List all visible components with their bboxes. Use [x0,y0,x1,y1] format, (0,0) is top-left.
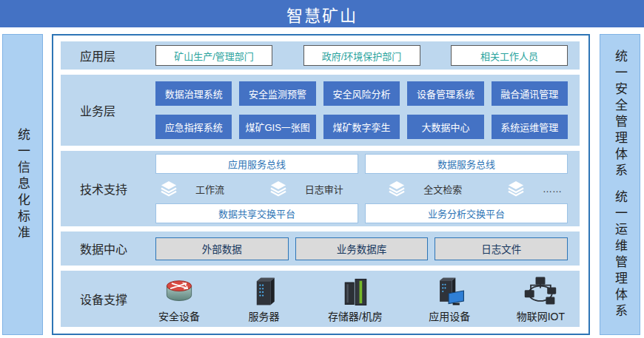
data-item-external-data: 外部数据 [155,237,289,260]
layer-tech-label: 技术支持 [61,180,155,197]
architecture-frame: 应用层 矿山生产/管理部门 政府/环境保护部门 相关工作人员 业务层 数据治理系… [52,34,590,335]
device-security: 安全设备 [158,275,200,323]
left-sidebar-unified-info-standard: 统一信息化标准 [2,34,43,335]
layer-data-center-label: 数据中心 [61,240,155,257]
data-item-log-files: 日志文件 [435,237,568,260]
tech-bus-row: 应用服务总线 数据服务总线 [155,154,568,174]
firewall-icon [161,275,197,308]
business-item-digital-twin: 煤矿数字孪生 [323,115,400,139]
left-sidebar-label: 统一信息化标准 [16,128,29,242]
business-item-comms-mgmt: 融合通讯管理 [492,81,568,106]
device-server-label: 服务器 [248,308,279,323]
layer-data-center: 数据中心 外部数据 业务数据库 日志文件 [61,231,580,266]
layer-application: 应用层 矿山生产/管理部门 政府/环境保护部门 相关工作人员 [61,41,580,70]
layer-tech-support: 技术支持 应用服务总线 数据服务总线 工作流 [61,151,580,226]
device-storage: 存储器/机房 [328,275,383,323]
middleware-fulltext-search: 全文检索 [388,180,462,197]
layer-device-label: 设备支撑 [61,290,155,308]
iot-icon [523,275,558,308]
business-row-2: 应急指挥系统 煤矿GIS一张图 煤矿数字孪生 大数据中心 系统运维管理 [155,115,568,139]
data-item-business-database: 业务数据库 [295,237,429,260]
business-item-big-data-center: 大数据中心 [407,115,483,139]
layer-business-label: 业务层 [61,101,155,119]
application-item-mine-production: 矿山生产/管理部门 [155,45,272,66]
layers-icon [269,180,287,197]
page-title: 智慧矿山 [286,2,358,26]
application-item-government-env: 政府/环境保护部门 [303,45,420,66]
application-item-related-staff: 相关工作人员 [451,45,568,66]
device-iot: 物联网IOT [517,275,565,323]
device-storage-label: 存储器/机房 [328,308,383,323]
middleware-ellipsis-label: …… [543,183,562,195]
device-iot-label: 物联网IOT [517,308,565,323]
server-icon [246,275,281,308]
business-item-system-ops: 系统运维管理 [492,115,568,139]
device-application: 应用设备 [429,275,470,323]
middleware-workflow: 工作流 [160,180,224,197]
middleware-workflow-label: 工作流 [195,182,224,196]
right-sidebar-label-ops: 统一运维管理体系 [614,190,626,320]
layers-icon [507,180,525,197]
tech-items: 应用服务总线 数据服务总线 工作流 [155,154,568,223]
middleware-fulltext-search-label: 全文检索 [423,182,462,196]
layers-icon [160,180,178,197]
app-device-icon [432,275,467,308]
middleware-log-audit-label: 日志审计 [305,182,343,196]
device-security-label: 安全设备 [158,308,200,323]
device-items: 安全设备 服务器 [155,275,568,323]
middleware-log-audit: 日志审计 [269,180,343,197]
tech-platform-row: 数据共享交换平台 业务分析交换平台 [155,203,568,223]
right-sidebar-label-security: 统一安全管理体系 [614,50,626,180]
data-center-items: 外部数据 业务数据库 日志文件 [155,237,568,260]
device-server: 服务器 [246,275,281,323]
tech-middleware-row: 工作流 日志审计 全文检索 [155,180,568,197]
layer-business: 业务层 数据治理系统 安全监测预警 安全风险分析 设备管理系统 融合通讯管理 应… [61,75,580,146]
layer-device-support: 设备支撑 安全设备 [61,271,580,327]
tech-app-service-bus: 应用服务总线 [155,154,358,174]
tech-business-analysis-platform: 业务分析交换平台 [365,203,568,223]
business-item-data-governance: 数据治理系统 [155,81,232,106]
business-item-emergency-command: 应急指挥系统 [155,115,232,139]
right-sidebar-management-systems: 统一安全管理体系 统一运维管理体系 [600,34,640,335]
layer-application-label: 应用层 [61,47,155,64]
title-banner: 智慧矿山 [0,0,644,27]
storage-icon [338,275,373,308]
application-items: 矿山生产/管理部门 政府/环境保护部门 相关工作人员 [155,45,568,66]
business-item-gis-map: 煤矿GIS一张图 [239,115,315,139]
business-items: 数据治理系统 安全监测预警 安全风险分析 设备管理系统 融合通讯管理 应急指挥系… [155,81,568,139]
middleware-ellipsis: …… [507,180,562,197]
business-row-1: 数据治理系统 安全监测预警 安全风险分析 设备管理系统 融合通讯管理 [155,81,568,106]
device-application-label: 应用设备 [429,308,470,323]
business-item-risk-analysis: 安全风险分析 [323,81,400,106]
layers-icon [388,180,406,197]
tech-data-sharing-platform: 数据共享交换平台 [155,203,358,223]
tech-data-service-bus: 数据服务总线 [365,154,568,174]
business-item-equipment-mgmt: 设备管理系统 [407,81,483,106]
business-item-safety-monitoring: 安全监测预警 [239,81,315,106]
